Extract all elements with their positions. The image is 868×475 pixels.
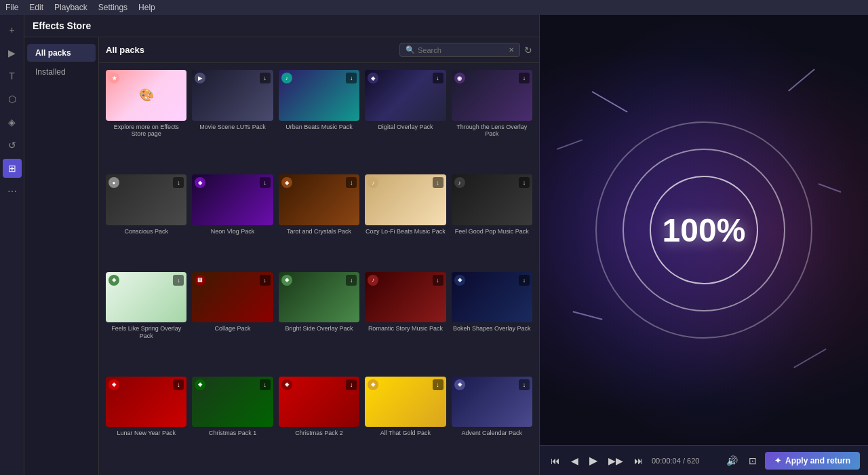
- pack-thumb-3: ◈↓: [365, 70, 446, 121]
- pack-label-3: Digital Overlay Pack: [378, 124, 433, 131]
- pack-visual-4: [452, 70, 532, 121]
- sidebar-icon-add[interactable]: +: [3, 20, 22, 39]
- effects-panel: Effects Store All packs Installed All pa…: [24, 15, 540, 475]
- pack-visual-16: [192, 377, 273, 428]
- pack-visual-11: [192, 272, 273, 323]
- sidebar-icon-audio[interactable]: ↺: [3, 136, 22, 155]
- sidebar-icon-effects[interactable]: ⊞: [3, 159, 22, 178]
- menubar: File Edit Playback Settings Help: [0, 0, 868, 15]
- next-frame-btn[interactable]: ▶▶: [606, 453, 626, 469]
- pack-visual-15: [106, 377, 186, 428]
- pack-thumb-16: ◈↓: [192, 377, 273, 428]
- play-pause-btn[interactable]: ▶: [587, 451, 600, 470]
- sidebar-icon-media[interactable]: ▶: [3, 43, 22, 62]
- effects-title: Effects Store: [33, 20, 91, 31]
- pack-label-14: Bokeh Shapes Overlay Pack: [453, 325, 531, 332]
- preview-video: 100%: [540, 15, 868, 445]
- screenshot-btn[interactable]: ⊡: [746, 453, 760, 469]
- sidebar-icons: + ▶ T ⬡ ◈ ↺ ⊞ ⋯: [0, 15, 24, 475]
- pack-item-0[interactable]: ★🎨Explore more on Effects Store page: [106, 70, 186, 169]
- packs-area: All packs 🔍 ✕ ↻ ★🎨Explore more on Effect…: [99, 37, 539, 475]
- pack-item-13[interactable]: ♪↓Romantic Story Music Pack: [365, 272, 446, 371]
- pack-item-3[interactable]: ◈↓Digital Overlay Pack: [365, 70, 446, 169]
- pack-label-5: Conscious Pack: [124, 228, 168, 235]
- menu-settings[interactable]: Settings: [98, 3, 127, 12]
- time-display: 00:00:04 / 620: [652, 457, 699, 465]
- pack-thumb-10: ◈↓: [106, 272, 186, 323]
- pack-label-12: Bright Side Overlay Pack: [285, 325, 353, 332]
- pack-item-12[interactable]: ◈↓Bright Side Overlay Pack: [279, 272, 359, 371]
- search-close-icon[interactable]: ✕: [509, 46, 514, 54]
- apply-label: Apply and return: [785, 456, 850, 466]
- pack-item-16[interactable]: ◈↓Christmas Pack 1: [192, 377, 273, 468]
- sidebar-icon-more[interactable]: ⋯: [3, 182, 22, 201]
- apply-return-btn[interactable]: ✦ Apply and return: [765, 452, 860, 470]
- pack-item-1[interactable]: ▶↓Movie Scene LUTs Pack: [192, 70, 273, 169]
- effects-header: Effects Store: [24, 15, 539, 37]
- menu-help[interactable]: Help: [138, 3, 155, 12]
- pack-label-17: Christmas Pack 2: [295, 430, 343, 437]
- pack-label-2: Urban Beats Music Pack: [285, 124, 353, 131]
- sidebar-icon-overlay[interactable]: ◈: [3, 113, 22, 132]
- sidebar-icon-text[interactable]: T: [3, 66, 22, 86]
- pack-thumb-1: ▶↓: [192, 70, 273, 121]
- pack-thumb-4: ◉↓: [452, 70, 532, 121]
- pack-item-2[interactable]: ♪↓Urban Beats Music Pack: [279, 70, 359, 169]
- pack-visual-10: [106, 272, 186, 323]
- pack-item-8[interactable]: ♪↓Cozy Lo-Fi Beats Music Pack: [365, 174, 446, 266]
- menu-edit[interactable]: Edit: [29, 3, 43, 12]
- pack-item-14[interactable]: ◈↓Bokeh Shapes Overlay Pack: [452, 272, 532, 371]
- cat-all-packs[interactable]: All packs: [27, 44, 96, 62]
- pack-visual-13: [365, 272, 446, 323]
- pack-visual-18: [365, 377, 446, 428]
- refresh-icon[interactable]: ↻: [524, 45, 532, 56]
- pack-label-1: Movie Scene LUTs Pack: [199, 124, 266, 131]
- pack-item-10[interactable]: ◈↓Feels Like Spring Overlay Pack: [106, 272, 186, 371]
- pack-item-19[interactable]: ◈↓Advent Calendar Pack: [452, 377, 532, 468]
- cat-installed[interactable]: Installed: [27, 63, 96, 81]
- packs-title: All packs: [106, 45, 144, 55]
- pack-label-13: Romantic Story Music Pack: [368, 325, 443, 332]
- pack-thumb-12: ◈↓: [279, 272, 359, 323]
- pack-item-4[interactable]: ◉↓Through the Lens Overlay Pack: [452, 70, 532, 169]
- packs-grid: ★🎨Explore more on Effects Store page▶↓Mo…: [99, 63, 539, 475]
- pack-item-6[interactable]: ◈↓Neon Vlog Pack: [192, 174, 273, 266]
- pack-item-17[interactable]: ◈↓Christmas Pack 2: [279, 377, 359, 468]
- pack-thumb-11: ▤↓: [192, 272, 273, 323]
- skip-to-end-btn[interactable]: ⏭: [631, 453, 646, 469]
- prev-frame-btn[interactable]: ◀: [568, 453, 581, 469]
- pack-visual-1: [192, 70, 273, 121]
- menu-playback[interactable]: Playback: [54, 3, 87, 12]
- preview-right-controls: 🔊 ⊡ ✦ Apply and return: [724, 452, 860, 470]
- pack-item-18[interactable]: ◈↓All That Gold Pack: [365, 377, 446, 468]
- pack-item-11[interactable]: ▤↓Collage Pack: [192, 272, 273, 371]
- search-icon: 🔍: [406, 45, 415, 54]
- preview-controls: ⏮ ◀ ▶ ▶▶ ⏭ 00:00:04 / 620 🔊 ⊡ ✦ Apply an…: [540, 445, 868, 475]
- pack-item-5[interactable]: ●↓Conscious Pack: [106, 174, 186, 266]
- menu-file[interactable]: File: [5, 3, 18, 12]
- packs-header: All packs 🔍 ✕ ↻: [99, 37, 539, 63]
- pack-thumb-15: ◈↓: [106, 377, 186, 428]
- pack-visual-19: [452, 377, 532, 428]
- pack-thumb-8: ♪↓: [365, 174, 446, 225]
- search-input[interactable]: [418, 46, 506, 54]
- preview-area: 100% ⏮ ◀ ▶ ▶▶ ⏭ 00:00:04 / 620 🔊 ⊡ ✦: [540, 15, 868, 475]
- skip-to-start-btn[interactable]: ⏮: [548, 453, 563, 469]
- pack-visual-7: [279, 174, 359, 225]
- pack-visual-3: [365, 70, 446, 121]
- category-sidebar: All packs Installed: [24, 37, 99, 475]
- pack-visual-14: [452, 272, 532, 323]
- pack-item-9[interactable]: ♪↓Feel Good Pop Music Pack: [452, 174, 532, 266]
- sidebar-icon-transition[interactable]: ⬡: [3, 90, 22, 109]
- pack-item-7[interactable]: ◈↓Tarot and Crystals Pack: [279, 174, 359, 266]
- main-layout: + ▶ T ⬡ ◈ ↺ ⊞ ⋯ Effects Store All packs …: [0, 15, 868, 475]
- pack-thumb-9: ♪↓: [452, 174, 532, 225]
- pack-label-16: Christmas Pack 1: [209, 430, 257, 437]
- pack-thumb-7: ◈↓: [279, 174, 359, 225]
- pack-thumb-5: ●↓: [106, 174, 186, 225]
- pack-visual-8: [365, 174, 446, 225]
- volume-btn[interactable]: 🔊: [724, 453, 741, 469]
- pack-label-8: Cozy Lo-Fi Beats Music Pack: [366, 228, 446, 235]
- pack-visual-9: [452, 174, 532, 225]
- pack-item-15[interactable]: ◈↓Lunar New Year Pack: [106, 377, 186, 468]
